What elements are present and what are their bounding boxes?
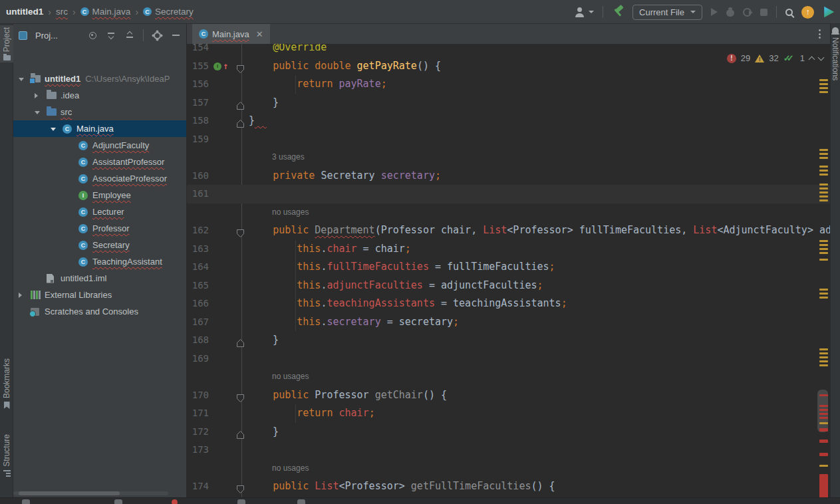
stripe-mark-warning[interactable] [819,91,828,93]
line-number[interactable]: 156 [190,75,209,94]
stripe-mark-warning[interactable] [819,166,828,168]
code-line-163[interactable]: 163 this.chair = chair; [187,240,830,259]
tree-item-scratches-and-consoles[interactable]: Scratches and Consoles [13,303,186,320]
usages-inlay-hint[interactable]: no usages [272,203,309,222]
code-line-170[interactable]: 170 public Professor getChair() { [187,386,830,405]
tree-item-associateprofessor[interactable]: CAssociateProfessor [13,170,186,187]
line-number[interactable]: 174 [190,477,209,496]
stripe-mark-warning[interactable] [819,297,828,299]
line-number[interactable]: 158 [190,112,209,130]
usages-inlay-hint[interactable]: no usages [272,368,309,386]
code-line-167[interactable]: 167 this.secretary = secretary; [187,313,830,332]
tool-strip-bookmarks[interactable]: Bookmarks [0,356,13,411]
usages-inlay-hint[interactable]: no usages [272,459,309,478]
line-number[interactable]: 163 [190,240,209,259]
stripe-mark-error[interactable] [819,413,828,415]
line-number[interactable]: 160 [190,167,209,186]
code-line-165[interactable]: 165 this.adjunctFaculties = adjunctFacul… [187,277,830,295]
code-line-162[interactable]: 162 public Department(Professor chair, L… [187,221,830,240]
stripe-mark-warning[interactable] [819,191,828,193]
editor[interactable]: C Main.java ✕ 154 @Override155I↑ public … [187,24,830,497]
stripe-mark-warning[interactable] [819,252,828,254]
line-number[interactable]: 154 [190,44,209,57]
coverage-button[interactable] [743,8,752,17]
code-line-157[interactable]: 157 } [187,94,830,112]
tree-item-secretary[interactable]: CSecretary [13,237,186,253]
breadcrumb-item-secretary[interactable]: CSecretary [143,7,194,17]
code-line-158[interactable]: 158} [187,112,830,130]
stripe-mark-warning[interactable] [819,293,828,295]
stop-button[interactable] [760,9,768,16]
chevron-right-icon[interactable] [19,293,22,298]
stripe-mark-warning[interactable] [819,259,828,261]
stripe-mark-warning[interactable] [819,157,828,159]
stripe-mark-warning[interactable] [819,248,828,250]
stripe-mark-warning[interactable] [819,153,828,155]
tree-item-untitled1[interactable]: untitled1C:\Users\Ansyk\IdeaP [13,70,186,87]
line-number[interactable]: 169 [190,350,209,368]
chevron-down-icon[interactable] [35,111,40,114]
stripe-mark-warning[interactable] [819,356,828,358]
stripe-mark-warning[interactable] [819,170,828,172]
chevron-down-icon[interactable] [51,128,56,131]
tool-strip-project[interactable]: Project [0,25,13,63]
stripe-mark-warning[interactable] [819,83,828,85]
tree-item-src[interactable]: src [13,104,186,120]
tree-item-untitled1-iml[interactable]: untitled1.iml [13,270,186,287]
stripe-mark-warning[interactable] [819,174,828,176]
run-button[interactable] [711,8,718,16]
stripe-mark-error[interactable] [819,394,828,396]
stripe-mark-warning[interactable] [819,352,828,354]
ide-update-button[interactable]: ↑ [801,6,814,19]
locate-file-button[interactable] [87,30,98,41]
run-configuration-select[interactable]: Current File [632,5,702,20]
line-number[interactable]: 172 [190,423,209,441]
inspections-widget[interactable]: ! 29 32 ✓✓ 1 [727,53,823,63]
stripe-mark-warning[interactable] [819,422,828,424]
breadcrumb-item-main-java[interactable]: CMain.java [80,7,131,17]
line-number[interactable]: 171 [190,404,209,423]
code-area[interactable]: 154 @Override155I↑ public double getPayR… [187,44,830,497]
tree-item-adjunctfaculty[interactable]: CAdjunctFaculty [13,137,186,154]
tree-item-lecturer[interactable]: CLecturer [13,203,186,220]
stripe-mark-error[interactable] [819,474,828,497]
previous-error-button[interactable] [809,57,815,63]
stripe-mark-warning[interactable] [819,199,828,201]
tree-item-teachingassistant[interactable]: CTeachingAssistant [13,253,186,270]
stripe-mark-warning[interactable] [819,289,828,291]
tool-strip-structure[interactable]: Structure [0,432,13,479]
stripe-mark-warning[interactable] [819,244,828,246]
line-number[interactable]: 165 [190,277,209,295]
tool-strip-notifications[interactable]: Notifications [831,37,840,80]
line-number[interactable]: 155 [190,57,209,76]
chevron-down-icon[interactable] [19,78,24,81]
tree-item-professor[interactable]: CProfessor [13,220,186,237]
code-line-161[interactable]: 161 [187,185,830,203]
collapse-all-button[interactable] [124,30,135,41]
fold-marker-icon[interactable] [236,482,245,497]
search-everywhere-button[interactable] [785,9,793,16]
code-line-160[interactable]: 160 private Secretary secretary; [187,167,830,186]
stripe-mark-error[interactable] [819,409,828,411]
stripe-mark-warning[interactable] [819,348,828,350]
tab-main-java[interactable]: C Main.java ✕ [192,24,270,44]
stripe-mark-warning[interactable] [819,184,828,186]
user-account-button[interactable] [575,7,594,17]
line-number[interactable]: 167 [190,313,209,332]
hide-panel-button[interactable] [170,30,181,41]
bell-icon[interactable] [832,27,839,33]
code-line-173[interactable]: 173 [187,441,830,459]
stripe-mark-warning[interactable] [819,149,828,151]
code-line-169[interactable]: 169 [187,350,830,368]
stripe-mark-warning[interactable] [819,240,828,242]
code-line-156[interactable]: 156 return payRate; [187,75,830,94]
code-line-159[interactable]: 159 [187,130,830,149]
breadcrumb-item-src[interactable]: src [56,7,68,17]
panel-settings-button[interactable] [152,30,162,41]
line-number[interactable]: 157 [190,94,209,112]
tree-item-employee[interactable]: IEmployee [13,187,186,203]
overrides-gutter-icon[interactable]: I [213,63,221,70]
debug-button[interactable] [726,7,734,17]
line-number[interactable]: 170 [190,386,209,405]
line-number[interactable]: 162 [190,221,209,240]
